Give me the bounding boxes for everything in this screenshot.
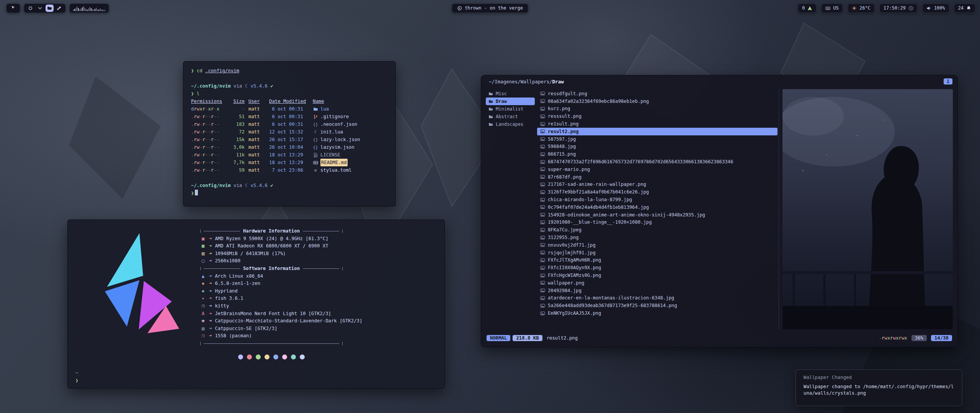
file-row[interactable]: 596848.jpg	[537, 143, 777, 151]
launcher-button[interactable]	[6, 3, 20, 13]
file-row[interactable]: 587597.jpg	[537, 135, 777, 143]
module-notifications[interactable]: 24	[954, 3, 975, 13]
palette-dot	[291, 354, 296, 359]
prompt-line[interactable]: ❯	[191, 189, 391, 197]
file-manager-window[interactable]: ~/Imagenes/Wallpapers/Draw 1 MiscDrawMin…	[481, 75, 958, 347]
file-row[interactable]: rsjqojlmjhf91.jpg	[537, 249, 777, 257]
file-row[interactable]: FXfcII0X0AQyn9X.png	[537, 264, 777, 272]
audio-visualizer[interactable]	[69, 3, 109, 13]
file-row-name: kurz.png	[548, 106, 570, 111]
workspace-4-button[interactable]	[55, 5, 63, 12]
module-updates[interactable]: 0	[798, 3, 817, 13]
file-row-name: EeNKYgIUcAAJ5JX.png	[548, 311, 601, 316]
sidebar-item-misc[interactable]: Misc	[486, 90, 535, 98]
file-row[interactable]: 866715.png	[537, 150, 777, 158]
ls-row: .rw-r--r--51matt 6 oct 00:31.gitignore	[191, 113, 391, 120]
music-widget[interactable]: thrown - on the verge	[452, 3, 528, 13]
file-row[interactable]: 0c794faf07de24a4db4d4fb1eb813964.jpg	[537, 203, 777, 211]
shell-prompt[interactable]: ~ ❯	[75, 369, 78, 384]
permissions: .rw-r--r--	[191, 143, 223, 151]
visualizer-bar	[88, 8, 89, 11]
file-size: 59	[227, 166, 245, 174]
permissions: .rw-r--r--	[191, 159, 223, 166]
file-row[interactable]: nnvuv0xj2df71.jpg	[537, 241, 777, 249]
file-row-name: result2.png	[548, 129, 579, 134]
ls-row: .rw-r--r--183matt 6 oct 00:31{}.neoconf.…	[191, 120, 391, 128]
file-row-name: 0c794faf07de24a4db4d4fb1eb813964.jpg	[548, 205, 649, 210]
speaker-icon	[926, 6, 931, 11]
module-clock[interactable]: 17:50:29	[879, 3, 918, 13]
kernel-icon: ◈	[200, 280, 206, 288]
tab-badge[interactable]: 1	[944, 78, 952, 85]
file-row[interactable]: 19201080-__blue-tinge__-1920×1080.jpg	[537, 219, 777, 226]
sidebar-item-label: Draw	[496, 99, 507, 104]
ls-row: .rw-r--r--3,0kmatt26 oct 10:04{}lazyvim.…	[191, 143, 391, 151]
file-row[interactable]: kurz.png	[537, 105, 777, 113]
file-row-name: 5a266e448add93deab367d87173e9f25-6837886…	[548, 303, 677, 308]
permissions: .rw-r--r--	[191, 120, 223, 128]
file-row[interactable]: chica-mirando-la-luna-8799.jpg	[537, 196, 777, 203]
arrow-icon: ➜	[209, 235, 212, 243]
file-size: 72	[227, 128, 245, 136]
image-icon	[540, 288, 545, 293]
file-row[interactable]: 154928-odinokoe_anime-art-anime-okno-sin…	[537, 211, 777, 219]
module-weather[interactable]: 26°C	[848, 3, 875, 13]
file-owner: matt	[248, 166, 265, 174]
file-row[interactable]: 3122955.png	[537, 234, 777, 241]
path-prefix: ~/Imagenes/Wallpapers/	[489, 79, 552, 85]
file-row[interactable]: 68747470733a2f2f696d616765732d7769786d70…	[537, 158, 777, 166]
markdown-icon	[313, 160, 318, 165]
file-list[interactable]: ressdfgult.png08a634fa02a32364f69ebc86a9…	[537, 89, 777, 329]
fetch-window[interactable]: Hardware Information ▣➜AMD Ryzen 9 5900X…	[67, 220, 445, 389]
file-row[interactable]: 08a634fa02a32364f69ebc86a98eb1eb.png	[537, 98, 777, 105]
palette-dot	[300, 354, 305, 359]
ls-row: .rw-r--r--72matt12 oct 15:32☾init.lua	[191, 128, 391, 136]
file-owner: matt	[248, 136, 265, 143]
file-name: {}lazyvim.json	[313, 143, 391, 151]
module-keyboard-layout[interactable]: US	[821, 3, 843, 13]
image-icon	[540, 258, 545, 263]
folder-icon	[313, 107, 318, 112]
file-row[interactable]: 5a266e448add93deab367d87173e9f25-6837886…	[537, 302, 777, 309]
image-icon	[540, 114, 545, 119]
terminal-window[interactable]: ❯ cd .config/nvim ~/.config/nvim via ☾ v…	[183, 61, 396, 206]
image-icon	[540, 167, 545, 172]
palette-dot	[256, 354, 261, 359]
workspace-2-button[interactable]	[36, 5, 44, 12]
file-row-name: super-mario.png	[548, 167, 590, 172]
image-icon	[540, 106, 545, 111]
file-row[interactable]: super-mario.png	[537, 166, 777, 173]
file-row[interactable]: ressdfgult.png	[537, 90, 777, 98]
workspace-3-button[interactable]	[46, 5, 54, 12]
file-row[interactable]: 8FKa7Cu.jpeg	[537, 226, 777, 234]
workspace-1-button[interactable]	[26, 5, 34, 12]
file-row[interactable]: FXfcJlTXgAMvH6R.png	[537, 257, 777, 264]
file-date: 18 oct 13:29	[269, 151, 309, 159]
file-row[interactable]: 87r687df.png	[537, 173, 777, 181]
visualizer-bar	[86, 9, 86, 11]
file-row[interactable]: 20492984.jpg	[537, 287, 777, 294]
sidebar-item-draw[interactable]: Draw	[486, 98, 535, 105]
command: l	[197, 91, 199, 96]
topbar-modules: 0US26°C17:50:29100%24	[798, 3, 975, 13]
file-row[interactable]: EeNKYgIUcAAJ5JX.png	[537, 309, 777, 317]
fetch-row-kernel: ◈➜6.5.8-zen1-1-zen	[200, 280, 362, 288]
sidebar-item-abstract[interactable]: Abstract	[486, 113, 535, 120]
scroll-percent-badge: 36%	[911, 335, 927, 341]
file-row[interactable]: 3126f7e9bbf21a8a4af0b67b041c6e26.jpg	[537, 188, 777, 196]
file-row[interactable]: re1sult.png	[537, 120, 777, 128]
disc-icon	[457, 6, 462, 11]
file-name: ☾init.lua	[313, 128, 391, 136]
file-row[interactable]: 217167-sad-anime-rain-wallpaper.png	[537, 181, 777, 189]
file-row[interactable]: atardecer-en-la-montanas-ilustracion-634…	[537, 294, 777, 302]
sidebar-item-landscapes[interactable]: Landscapes	[486, 120, 535, 128]
file-row[interactable]: FXfcHgcWIAMzs0G.png	[537, 272, 777, 279]
notification-popup[interactable]: Wallpaper Changed Wallpaper changed to /…	[795, 369, 962, 406]
file-row[interactable]: result2.png	[537, 128, 777, 135]
file-row[interactable]: wallpaper.png	[537, 279, 777, 287]
file-row[interactable]: resssult.png	[537, 112, 777, 120]
sidebar-item-minimalist[interactable]: Minimalist	[486, 105, 535, 113]
module-volume[interactable]: 100%	[922, 3, 949, 13]
module-text: 100%	[934, 5, 945, 11]
file-size: -	[227, 105, 245, 113]
